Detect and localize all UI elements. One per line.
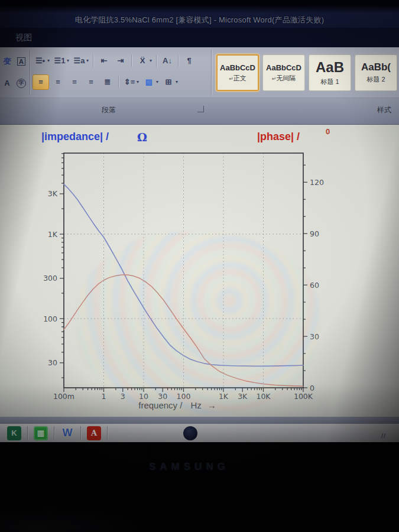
distribute-button[interactable]: ≣ [100, 75, 115, 89]
app-icon-green[interactable]: ▥ [34, 426, 48, 440]
divider [131, 55, 132, 67]
laptop-bezel: SAMSUNG [0, 442, 399, 532]
paragraph-group: ☰•▾ ☰1▾ ☰a▾ ⇤ ⇥ Ẍ▾ A↓ ¶ ≡ ≡ ≡ [31, 47, 210, 98]
x-axis-title: frequency /Hz→ [0, 400, 355, 410]
chevron-down-icon: ▾ [47, 58, 50, 63]
svg-text:60: 60 [310, 281, 319, 290]
svg-text:30: 30 [48, 358, 57, 367]
divider [93, 55, 93, 67]
window-titlebar[interactable]: 电化学阻抗3.5%NaCl 6mm2 [兼容模式] - Microsoft Wo… [0, 0, 399, 28]
svg-text:100: 100 [43, 314, 57, 323]
justify-button[interactable]: ≡ [83, 75, 99, 89]
chart-header: |impedance| / Ω |phase| / 0 [0, 131, 399, 148]
style-name: ↵正文 [229, 74, 246, 83]
style-preview: AaB [316, 59, 344, 76]
increase-indent-icon: ⇥ [114, 54, 127, 67]
svg-text:3K: 3K [48, 189, 58, 198]
bullets-button[interactable]: ☰•▾ [33, 54, 51, 68]
style-preview: AaBbCcD [266, 63, 301, 72]
borders-button[interactable]: ⊞▾ [161, 75, 179, 89]
distribute-icon: ≣ [101, 76, 114, 89]
svg-text:10: 10 [139, 392, 148, 401]
align-left-button[interactable]: ≡ [33, 74, 49, 90]
styles-gallery: AaBbCcD ↵正文 AaBbCcD ↵无间隔 AaB 标题 1 AaBb( … [213, 47, 399, 98]
styles-group-label: 样式 [377, 105, 391, 115]
adobe-reader-icon[interactable]: A [87, 426, 101, 440]
increase-indent-button[interactable]: ⇥ [113, 54, 128, 68]
svg-text:1: 1 [102, 392, 106, 401]
enclose-characters-icon[interactable]: 字 [15, 77, 28, 90]
numbering-icon: ☰1 [53, 54, 66, 67]
chevron-down-icon: ▾ [150, 58, 152, 63]
taskbar-separator [54, 426, 54, 440]
svg-text:90: 90 [310, 229, 319, 238]
multilevel-list-button[interactable]: ☰a▾ [72, 54, 90, 68]
numbering-button[interactable]: ☰1▾ [52, 54, 70, 68]
bode-chart-object[interactable]: 100m1310301001K3K10K100K301003001K3K0306… [0, 147, 399, 407]
asian-layout-button[interactable]: Ẍ▾ [135, 54, 153, 68]
taskbar: K ▥ W A // [0, 424, 399, 442]
line-spacing-icon: ⇕≡ [123, 76, 136, 89]
ribbon-controls: 变 A A 字 ☰•▾ ☰1▾ ☰a▾ ⇤ ⇥ Ẍ▾ [0, 47, 399, 98]
svg-text:1K: 1K [219, 392, 229, 401]
qq-app-icon[interactable] [183, 426, 197, 440]
style-name: 标题 1 [320, 77, 339, 86]
document-area[interactable]: |impedance| / Ω |phase| / 0 100m13103010… [0, 124, 399, 417]
svg-text:100K: 100K [294, 392, 313, 401]
svg-text:100: 100 [177, 392, 191, 401]
svg-text:0: 0 [310, 384, 314, 392]
bullets-icon: ☰• [34, 54, 47, 67]
align-center-button[interactable]: ≡ [50, 75, 66, 89]
svg-text:3K: 3K [238, 392, 248, 401]
laptop-screen: 电化学阻抗3.5%NaCl 6mm2 [兼容模式] - Microsoft Wo… [0, 0, 399, 532]
style-card-heading1[interactable]: AaB 标题 1 [309, 54, 351, 91]
word-status-band [0, 417, 399, 424]
tab-view[interactable]: 视图 [12, 31, 35, 44]
svg-text:30: 30 [158, 392, 167, 401]
taskbar-separator [107, 426, 108, 440]
taskbar-separator [27, 426, 28, 440]
svg-text:100m: 100m [53, 392, 74, 401]
chevron-down-icon: ▾ [156, 79, 158, 85]
taskbar-separator [80, 426, 81, 440]
show-marks-button[interactable]: ¶ [181, 54, 197, 68]
style-card-normal[interactable]: AaBbCcD ↵正文 [216, 54, 259, 91]
impedance-axis-title: |impedance| / [41, 131, 109, 143]
decrease-indent-button[interactable]: ⇤ [96, 54, 112, 68]
divider [178, 55, 179, 67]
shading-button[interactable]: ▨▾ [141, 75, 160, 89]
ribbon-tab-bar: 视图 [0, 28, 399, 47]
taskbar-corner-marks: // [381, 432, 386, 439]
character-border-icon[interactable]: A [15, 55, 28, 68]
word-taskbar-icon[interactable]: W [60, 426, 74, 440]
style-preview: AaBb( [361, 61, 391, 73]
divider [118, 76, 119, 88]
style-card-heading2[interactable]: AaBb( 标题 2 [355, 54, 397, 91]
chevron-down-icon: ▾ [137, 79, 139, 85]
chevron-down-icon: ▾ [86, 58, 89, 63]
style-name: ↵无间隔 [272, 74, 296, 83]
paragraph-group-label: 段落 [102, 105, 116, 115]
font-group-fragment: 变 A A 字 [0, 47, 28, 98]
align-right-button[interactable]: ≡ [67, 75, 82, 89]
shading-icon: ▨ [142, 76, 155, 89]
multilevel-list-icon: ☰a [73, 54, 86, 67]
laptop-brand-logo: SAMSUNG [149, 461, 229, 473]
right-arrow-icon: → [207, 400, 216, 410]
line-spacing-button[interactable]: ⇕≡▾ [122, 75, 140, 89]
group-divider [30, 50, 30, 95]
window-title: 电化学阻抗3.5%NaCl 6mm2 [兼容模式] - Microsoft Wo… [75, 15, 324, 25]
asian-layout-icon: Ẍ [136, 54, 149, 67]
chevron-down-icon: ▾ [67, 58, 69, 63]
borders-icon: ⊞ [162, 76, 175, 89]
svg-text:10K: 10K [256, 392, 271, 401]
phonetic-guide-icon[interactable]: 变 [1, 55, 14, 68]
character-shading-icon[interactable]: A [1, 77, 14, 90]
app-icon-teal[interactable]: K [7, 426, 21, 440]
sort-button[interactable]: A↓ [160, 54, 175, 68]
x-axis-unit: Hz [190, 400, 201, 410]
style-card-no-spacing[interactable]: AaBbCcD ↵无间隔 [262, 54, 305, 91]
paragraph-dialog-launcher-icon[interactable] [197, 106, 204, 112]
ribbon: 变 A A 字 ☰•▾ ☰1▾ ☰a▾ ⇤ ⇥ Ẍ▾ [0, 47, 399, 124]
impedance-unit: Ω [137, 131, 147, 144]
